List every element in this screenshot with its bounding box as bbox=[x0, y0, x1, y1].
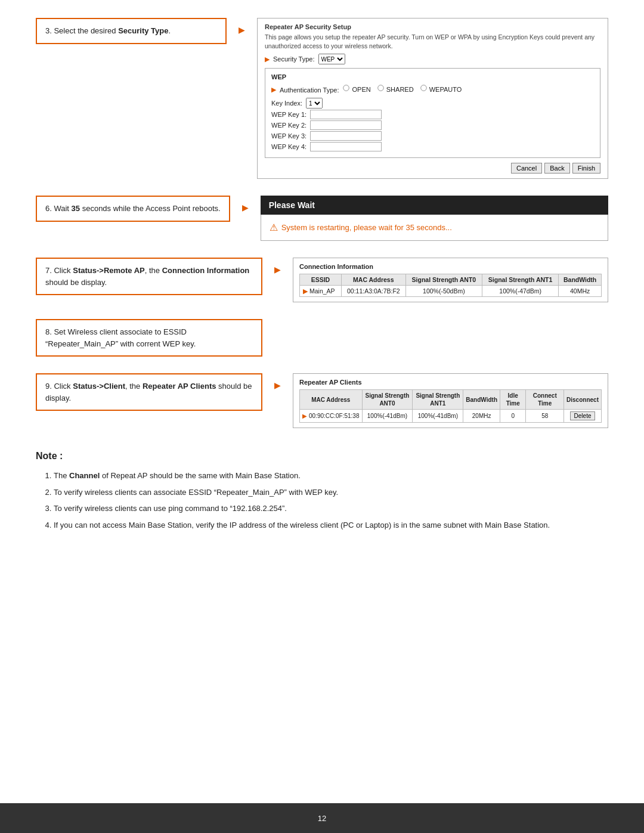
conn-sig-ant0: 100%(-50dBm) bbox=[405, 286, 482, 297]
clients-table: MAC Address Signal Strength ANT0 Signal … bbox=[299, 389, 602, 423]
key-index-row: Key Index: 1234 bbox=[271, 98, 594, 109]
note-title: Note : bbox=[36, 451, 608, 462]
please-wait-header: Please Wait bbox=[261, 196, 608, 215]
page-number: 12 bbox=[318, 814, 326, 823]
wep-key4-label: WEP Key 4: bbox=[271, 143, 306, 150]
security-panel-title: Repeater AP Security Setup bbox=[265, 23, 600, 30]
step-3-arrow bbox=[239, 18, 245, 35]
conn-sig-ant1: 100%(-47dBm) bbox=[482, 286, 559, 297]
please-wait-body: ⚠ System is restarting, please wait for … bbox=[261, 215, 608, 241]
step-7-arrow bbox=[274, 258, 281, 274]
wep-key2-input[interactable] bbox=[310, 120, 382, 130]
note-item-4: If you can not access Main Base Station,… bbox=[54, 518, 608, 532]
radio-shared[interactable] bbox=[377, 85, 383, 91]
step-6-box: 6. Wait 35 seconds while the Access Poin… bbox=[36, 196, 230, 222]
connection-table: ESSID MAC Address Signal Strength ANT0 S… bbox=[299, 274, 602, 297]
auth-type-label: Authentication Type: bbox=[280, 86, 339, 94]
security-type-arrow: ▶ bbox=[265, 55, 270, 63]
delete-button[interactable]: Delete bbox=[570, 411, 596, 420]
radio-wepauto-label: WEPAUTO bbox=[420, 84, 462, 93]
client-mac-val: ▶ 00:90:CC:0F:51:38 bbox=[300, 410, 363, 423]
client-connect-time: 58 bbox=[526, 410, 564, 423]
auth-radio-group: OPEN SHARED WEPAUTO bbox=[342, 84, 462, 93]
finish-button[interactable]: Finish bbox=[572, 163, 600, 174]
wep-key4-input[interactable] bbox=[310, 142, 382, 151]
wep-key2-label: WEP Key 2: bbox=[271, 122, 306, 129]
wep-key3-label: WEP Key 3: bbox=[271, 132, 306, 140]
connection-table-row: ▶ Main_AP 00:11:A3:0A:7B:F2 100%(-50dBm)… bbox=[300, 286, 602, 297]
note-section: Note : The Channel of Repeat AP should b… bbox=[36, 445, 608, 532]
step-3-bold: Security Type bbox=[118, 26, 168, 35]
auth-arrow: ▶ bbox=[271, 86, 276, 94]
note-list: The Channel of Repeat AP should be the s… bbox=[36, 469, 608, 532]
step-9-bold1: Status->Client bbox=[73, 382, 125, 391]
col-client-mac: MAC Address bbox=[300, 390, 363, 410]
col-client-idle: Idle Time bbox=[500, 390, 526, 410]
security-type-select[interactable]: WEP bbox=[318, 54, 345, 64]
radio-open-label: OPEN bbox=[342, 84, 370, 93]
please-wait-panel: Please Wait ⚠ System is restarting, plea… bbox=[261, 196, 608, 241]
cancel-button[interactable]: Cancel bbox=[511, 163, 542, 174]
step-9-box: 9. Click Status->Client, the Repeater AP… bbox=[36, 373, 262, 411]
conn-bw: 40MHz bbox=[559, 286, 602, 297]
wep-key4-row: WEP Key 4: bbox=[271, 142, 594, 151]
radio-wepauto[interactable] bbox=[420, 85, 426, 91]
radio-open[interactable] bbox=[343, 85, 349, 91]
clients-header-row: MAC Address Signal Strength ANT0 Signal … bbox=[300, 390, 602, 410]
conn-essid-val: Main_AP bbox=[309, 287, 335, 295]
client-bw: 20MHz bbox=[463, 410, 500, 423]
note-item-2: To verify wireless clients can associate… bbox=[54, 485, 608, 499]
clients-panel-title: Repeater AP Clients bbox=[299, 379, 602, 386]
conn-mac: 00:11:A3:0A:7B:F2 bbox=[341, 286, 405, 297]
wait-message-text: System is restarting, please wait for 35… bbox=[281, 223, 452, 232]
radio-shared-label: SHARED bbox=[377, 84, 414, 93]
wep-key1-label: WEP Key 1: bbox=[271, 111, 306, 118]
step-9-bold2: Repeater AP Clients bbox=[143, 382, 216, 391]
note-item-3: To verify wireless clients can use ping … bbox=[54, 501, 608, 515]
col-client-connect: Connect Time bbox=[526, 390, 564, 410]
security-type-row: ▶ Security Type: WEP bbox=[265, 54, 600, 64]
step-7-bold2: Connection Information bbox=[162, 266, 250, 275]
wep-key3-row: WEP Key 3: bbox=[271, 131, 594, 141]
step-6-arrow bbox=[242, 196, 249, 212]
note-item-1: The Channel of Repeat AP should be the s… bbox=[54, 469, 608, 482]
wep-key2-row: WEP Key 2: bbox=[271, 120, 594, 130]
step-8-row: 8. Set Wireless client associate to ESSI… bbox=[36, 319, 608, 357]
note-channel-bold: Channel bbox=[69, 471, 100, 480]
col-client-bw: BandWidth bbox=[463, 390, 500, 410]
back-button[interactable]: Back bbox=[544, 163, 569, 174]
wep-section: WEP ▶ Authentication Type: OPEN SHARED W… bbox=[265, 68, 600, 158]
wep-key3-input[interactable] bbox=[310, 131, 382, 141]
col-ant1: Signal Strength ANT1 bbox=[482, 274, 559, 286]
auth-type-row: ▶ Authentication Type: OPEN SHARED WEPAU… bbox=[271, 84, 594, 95]
step-6-bold: 35 bbox=[72, 204, 80, 213]
step-9-arrow bbox=[274, 373, 281, 390]
client-sig0: 100%(-41dBm) bbox=[362, 410, 413, 423]
col-essid: ESSID bbox=[300, 274, 342, 286]
step-7-row: 7. Click Status->Remote AP, the Connecti… bbox=[36, 258, 608, 302]
key-index-label: Key Index: bbox=[271, 100, 302, 107]
wait-message: ⚠ System is restarting, please wait for … bbox=[270, 222, 599, 233]
connection-info-panel: Connection Information ESSID MAC Address… bbox=[293, 258, 608, 302]
step-3-box: 3. Select the desired Security Type. bbox=[36, 18, 227, 44]
conn-essid: ▶ Main_AP bbox=[300, 286, 342, 297]
conn-row-arrow: ▶ bbox=[303, 287, 308, 295]
client-sig1: 100%(-41dBm) bbox=[413, 410, 463, 423]
security-panel-desc: This page allows you setup the repeater … bbox=[265, 33, 600, 50]
client-mac-text: 00:90:CC:0F:51:38 bbox=[309, 413, 360, 419]
step-6-row: 6. Wait 35 seconds while the Access Poin… bbox=[36, 196, 608, 241]
col-ant0: Signal Strength ANT0 bbox=[405, 274, 482, 286]
wep-key1-input[interactable] bbox=[310, 110, 382, 119]
step-3-row: 3. Select the desired Security Type. Rep… bbox=[36, 18, 608, 179]
col-client-ant0: Signal Strength ANT0 bbox=[362, 390, 413, 410]
security-setup-panel: Repeater AP Security Setup This page all… bbox=[257, 18, 608, 179]
clients-table-row: ▶ 00:90:CC:0F:51:38 100%(-41dBm) 100%(-4… bbox=[300, 410, 602, 423]
warning-icon: ⚠ bbox=[270, 222, 278, 233]
connection-table-header-row: ESSID MAC Address Signal Strength ANT0 S… bbox=[300, 274, 602, 286]
step-7-bold1: Status->Remote AP bbox=[73, 266, 145, 275]
key-index-select[interactable]: 1234 bbox=[306, 98, 323, 109]
wep-key1-row: WEP Key 1: bbox=[271, 110, 594, 119]
step-7-box: 7. Click Status->Remote AP, the Connecti… bbox=[36, 258, 262, 295]
col-bandwidth: BandWidth bbox=[559, 274, 602, 286]
clients-panel: Repeater AP Clients MAC Address Signal S… bbox=[293, 373, 608, 428]
